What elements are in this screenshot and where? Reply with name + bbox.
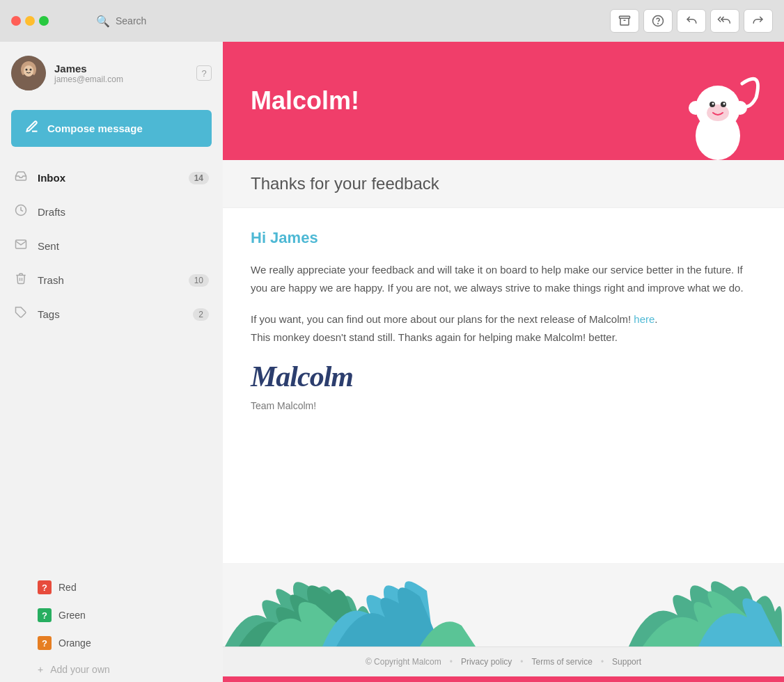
nav-item-inbox[interactable]: Inbox 14 xyxy=(0,161,223,195)
tag-red-label: Red xyxy=(58,582,77,593)
svg-rect-0 xyxy=(620,16,630,18)
reply-button[interactable] xyxy=(677,9,706,33)
nav-item-tags[interactable]: Tags 2 xyxy=(0,297,223,331)
nav-items: Inbox 14 Drafts xyxy=(0,161,223,573)
help-button[interactable] xyxy=(643,9,673,33)
dot-2: • xyxy=(520,657,523,667)
user-section: James james@email.com ? xyxy=(0,42,223,104)
minimize-button[interactable] xyxy=(25,16,35,26)
add-tag-button[interactable]: + Add your own xyxy=(0,657,223,682)
titlebar: 🔍 xyxy=(0,0,784,42)
add-icon: + xyxy=(38,664,43,675)
nav-item-drafts[interactable]: Drafts xyxy=(0,195,223,229)
maximize-button[interactable] xyxy=(39,16,49,26)
trash-label: Trash xyxy=(38,274,179,286)
email-subtitle-bar: Thanks for your feedback xyxy=(223,160,784,208)
email-signature: Malcolm xyxy=(251,360,756,393)
inbox-label: Inbox xyxy=(38,172,179,184)
sent-icon xyxy=(14,238,28,254)
email-body2-link[interactable]: here xyxy=(634,313,654,325)
avatar xyxy=(11,56,46,90)
tags-section: ? Red ? Green ? Orange + Add your own xyxy=(0,573,223,682)
user-help-icon[interactable]: ? xyxy=(196,65,212,81)
terms-link[interactable]: Terms of service xyxy=(532,657,593,667)
search-icon: 🔍 xyxy=(96,15,110,28)
svg-point-19 xyxy=(723,103,726,105)
svg-point-8 xyxy=(30,69,32,71)
support-link[interactable]: Support xyxy=(612,657,641,667)
svg-point-14 xyxy=(733,101,747,115)
copyright: © Copyright Malcom xyxy=(366,657,441,667)
trash-badge: 10 xyxy=(189,274,209,287)
svg-point-6 xyxy=(24,65,33,77)
email-header-banner: Malcolm! xyxy=(223,42,784,160)
sidebar: James james@email.com ? Compose message xyxy=(0,42,223,682)
search-bar: 🔍 xyxy=(96,15,340,28)
tags-badge: 2 xyxy=(193,308,209,321)
banner-title: Malcolm! xyxy=(251,86,359,116)
add-tag-label: Add your own xyxy=(50,664,110,675)
dot-1: • xyxy=(450,657,453,667)
tag-green-label: Green xyxy=(58,610,86,621)
tag-green-icon: ? xyxy=(38,608,52,622)
email-body3: This monkey doesn't stand still. Thanks … xyxy=(251,331,618,343)
close-button[interactable] xyxy=(11,16,21,26)
compose-label: Compose message xyxy=(47,122,143,134)
email-body2-post: . xyxy=(654,313,657,325)
email-greeting: Hi James xyxy=(251,229,756,247)
footer-links: © Copyright Malcom • Privacy policy • Te… xyxy=(223,647,784,676)
monkey-illustration xyxy=(673,63,763,160)
privacy-link[interactable]: Privacy policy xyxy=(461,657,512,667)
nav-item-sent[interactable]: Sent xyxy=(0,229,223,263)
user-email: james@email.com xyxy=(54,74,188,84)
svg-point-18 xyxy=(712,103,714,105)
svg-point-7 xyxy=(26,69,28,71)
bottom-bar xyxy=(223,676,784,682)
email-paragraph-1: We really appreciate your feedback and w… xyxy=(251,261,756,296)
tag-orange-label: Orange xyxy=(58,637,91,649)
tag-red-icon: ? xyxy=(38,580,52,594)
reply-all-button[interactable] xyxy=(710,9,739,33)
main-layout: James james@email.com ? Compose message xyxy=(0,42,784,682)
tag-item-green[interactable]: ? Green xyxy=(0,601,223,629)
traffic-lights xyxy=(11,16,49,26)
sent-label: Sent xyxy=(38,240,209,252)
email-paragraph-2: If you want, you can find out more about… xyxy=(251,310,756,346)
tag-orange-icon: ? xyxy=(38,636,52,650)
drafts-label: Drafts xyxy=(38,206,209,218)
toolbar-buttons xyxy=(610,9,773,33)
svg-point-2 xyxy=(658,23,659,24)
inbox-badge: 14 xyxy=(189,172,209,184)
nav-item-trash[interactable]: Trash 10 xyxy=(0,263,223,297)
user-name: James xyxy=(54,63,188,74)
trash-icon xyxy=(14,272,28,288)
tag-item-orange[interactable]: ? Orange xyxy=(0,629,223,657)
email-body2-pre: If you want, you can find out more about… xyxy=(251,313,631,325)
dot-3: • xyxy=(601,657,604,667)
email-subtitle: Thanks for your feedback xyxy=(251,174,756,193)
tag-item-red[interactable]: ? Red xyxy=(0,573,223,601)
content-area: Malcolm! xyxy=(223,42,784,682)
compose-icon xyxy=(25,120,39,137)
tags-icon xyxy=(14,306,28,322)
svg-point-15 xyxy=(707,104,729,121)
search-input[interactable] xyxy=(116,15,340,26)
jungle-footer xyxy=(223,563,784,647)
tags-label: Tags xyxy=(38,308,183,320)
email-team: Team Malcolm! xyxy=(251,400,756,411)
archive-button[interactable] xyxy=(610,9,639,33)
inbox-icon xyxy=(14,170,28,186)
drafts-icon xyxy=(14,204,28,220)
svg-point-13 xyxy=(689,101,703,115)
forward-button[interactable] xyxy=(744,9,773,33)
compose-button[interactable]: Compose message xyxy=(11,110,212,147)
email-body: Hi James We really appreciate your feedb… xyxy=(223,208,784,563)
user-info: James james@email.com xyxy=(54,63,188,84)
